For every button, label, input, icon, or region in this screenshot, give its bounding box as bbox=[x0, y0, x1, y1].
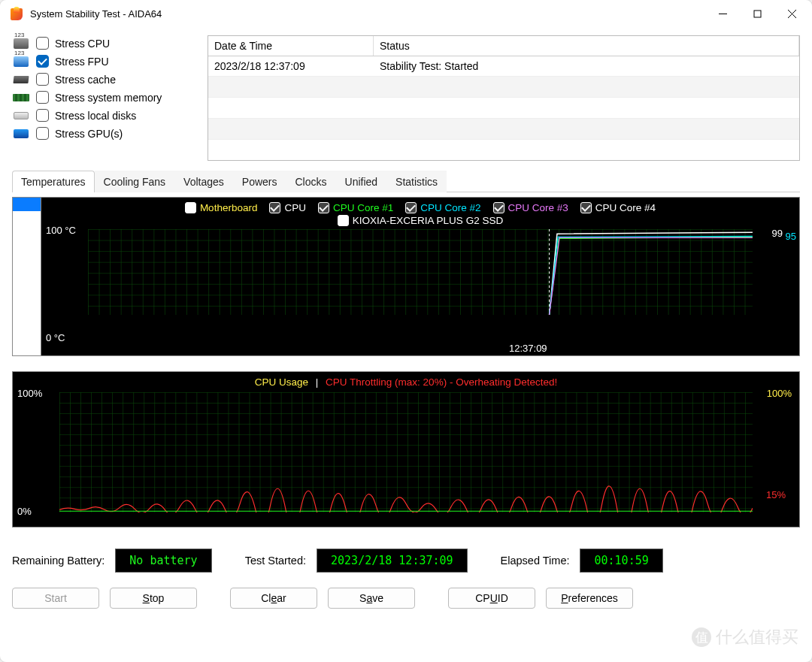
stress-cache-label: Stress cache bbox=[55, 74, 116, 86]
right-throttle: 15% bbox=[766, 489, 786, 500]
log-header-datetime[interactable]: Date & Time bbox=[208, 36, 374, 56]
elapsed-value: 00:10:59 bbox=[580, 549, 662, 573]
log-row[interactable]: 2023/2/18 12:37:09 Stability Test: Start… bbox=[208, 56, 799, 76]
tab-powers[interactable]: Powers bbox=[233, 171, 286, 192]
status-bar: Remaining Battery: No battery Test Start… bbox=[12, 549, 800, 573]
legend-core4[interactable]: CPU Core #4 bbox=[580, 202, 656, 213]
readout-95: 95 bbox=[786, 231, 796, 242]
stress-cpu-label: Stress CPU bbox=[55, 38, 110, 50]
battery-value: No battery bbox=[115, 549, 211, 573]
temperature-legend-row2: KIOXIA-EXCERIA PLUS G2 SSD bbox=[41, 215, 799, 228]
svg-rect-1 bbox=[88, 229, 753, 315]
log-row-empty bbox=[208, 118, 799, 139]
ylabel2-top: 100% bbox=[17, 388, 42, 399]
tab-clocks[interactable]: Clocks bbox=[286, 171, 336, 192]
legend-core2[interactable]: CPU Core #2 bbox=[405, 202, 480, 213]
stress-cache-checkbox[interactable] bbox=[36, 73, 49, 86]
chart-tabs: Temperatures Cooling Fans Voltages Power… bbox=[12, 170, 800, 192]
ylabel-top: 100 °C bbox=[46, 225, 76, 236]
stress-disk-option[interactable]: Stress local disks bbox=[12, 109, 201, 122]
legend-cpu[interactable]: CPU bbox=[269, 202, 306, 213]
titlebar[interactable]: System Stability Test - AIDA64 bbox=[0, 0, 812, 28]
stress-memory-option[interactable]: Stress system memory bbox=[12, 91, 201, 104]
stress-gpu-label: Stress GPU(s) bbox=[55, 128, 123, 140]
maximize-button[interactable] bbox=[740, 2, 774, 26]
temperature-legend: Motherboard CPU CPU Core #1 CPU Core #2 … bbox=[41, 198, 799, 215]
stress-cpu-checkbox[interactable] bbox=[36, 37, 49, 50]
save-button[interactable]: Save bbox=[328, 588, 415, 609]
started-label: Test Started: bbox=[245, 555, 306, 567]
stop-button[interactable]: Stop bbox=[110, 588, 197, 609]
stress-cache-option[interactable]: Stress cache bbox=[12, 73, 201, 86]
log-header-status[interactable]: Status bbox=[374, 36, 799, 56]
clear-button[interactable]: Clear bbox=[230, 588, 317, 609]
temperature-plot bbox=[88, 229, 753, 315]
started-value: 2023/2/18 12:37:09 bbox=[317, 549, 468, 573]
event-log-table[interactable]: Date & Time Status 2023/2/18 12:37:09 St… bbox=[208, 35, 800, 161]
stress-memory-checkbox[interactable] bbox=[36, 91, 49, 104]
cpu-plot bbox=[59, 392, 753, 512]
stress-memory-label: Stress system memory bbox=[55, 92, 162, 104]
tab-voltages[interactable]: Voltages bbox=[174, 171, 233, 192]
tab-temperatures[interactable]: Temperatures bbox=[12, 171, 95, 192]
stress-disk-label: Stress local disks bbox=[55, 110, 136, 122]
tab-cooling-fans[interactable]: Cooling Fans bbox=[95, 171, 175, 192]
legend-motherboard[interactable]: Motherboard bbox=[185, 202, 258, 213]
cpuid-button[interactable]: CPUID bbox=[448, 588, 535, 609]
chart-sidebar[interactable] bbox=[13, 198, 41, 355]
elapsed-label: Elapsed Time: bbox=[501, 555, 570, 567]
log-row-empty bbox=[208, 76, 799, 97]
app-icon bbox=[11, 8, 23, 20]
tab-statistics[interactable]: Statistics bbox=[386, 171, 447, 192]
temperature-chart[interactable]: Motherboard CPU CPU Core #1 CPU Core #2 … bbox=[12, 197, 800, 356]
ylabel2-bottom: 0% bbox=[17, 506, 32, 517]
legend-ssd[interactable]: KIOXIA-EXCERIA PLUS G2 SSD bbox=[338, 215, 503, 226]
battery-label: Remaining Battery: bbox=[12, 555, 105, 567]
x-marker: 12:37:09 bbox=[509, 343, 547, 354]
cpu-usage-chart[interactable]: CPU Usage | CPU Throttling (max: 20%) - … bbox=[12, 371, 800, 527]
stress-fpu-checkbox[interactable] bbox=[36, 55, 49, 68]
legend-core3[interactable]: CPU Core #3 bbox=[493, 202, 568, 213]
app-window: System Stability Test - AIDA64 Stress CP… bbox=[0, 0, 812, 662]
stress-options: Stress CPU Stress FPU Stress cache Stres… bbox=[12, 35, 201, 161]
cpu-throttle-warning: CPU Throttling (max: 20%) - Overheating … bbox=[326, 376, 557, 388]
stress-disk-checkbox[interactable] bbox=[36, 109, 49, 122]
start-button: Start bbox=[12, 588, 99, 609]
legend-core1[interactable]: CPU Core #1 bbox=[318, 202, 393, 213]
stress-fpu-label: Stress FPU bbox=[55, 56, 109, 68]
cpu-usage-label: CPU Usage bbox=[255, 376, 308, 388]
log-cell-status: Stability Test: Started bbox=[374, 56, 799, 76]
stress-gpu-option[interactable]: Stress GPU(s) bbox=[12, 127, 201, 140]
close-button[interactable] bbox=[774, 2, 809, 26]
ylabel-bottom: 0 °C bbox=[46, 332, 65, 343]
stress-fpu-option[interactable]: Stress FPU bbox=[12, 55, 201, 68]
tab-unified[interactable]: Unified bbox=[336, 171, 387, 192]
log-cell-datetime: 2023/2/18 12:37:09 bbox=[208, 56, 374, 76]
readout-99: 99 bbox=[772, 228, 783, 239]
stress-gpu-checkbox[interactable] bbox=[36, 127, 49, 140]
minimize-button[interactable] bbox=[705, 2, 740, 26]
preferences-button[interactable]: Preferences bbox=[546, 588, 633, 609]
window-title: System Stability Test - AIDA64 bbox=[30, 8, 162, 20]
log-row-empty bbox=[208, 139, 799, 160]
log-row-empty bbox=[208, 97, 799, 118]
svg-rect-0 bbox=[754, 11, 761, 17]
stress-cpu-option[interactable]: Stress CPU bbox=[12, 37, 201, 50]
button-bar: Start Stop Clear Save CPUID Preferences bbox=[12, 588, 800, 609]
watermark: 值什么值得买 bbox=[692, 626, 798, 648]
svg-rect-3 bbox=[59, 392, 753, 512]
right-top: 100% bbox=[767, 388, 792, 399]
